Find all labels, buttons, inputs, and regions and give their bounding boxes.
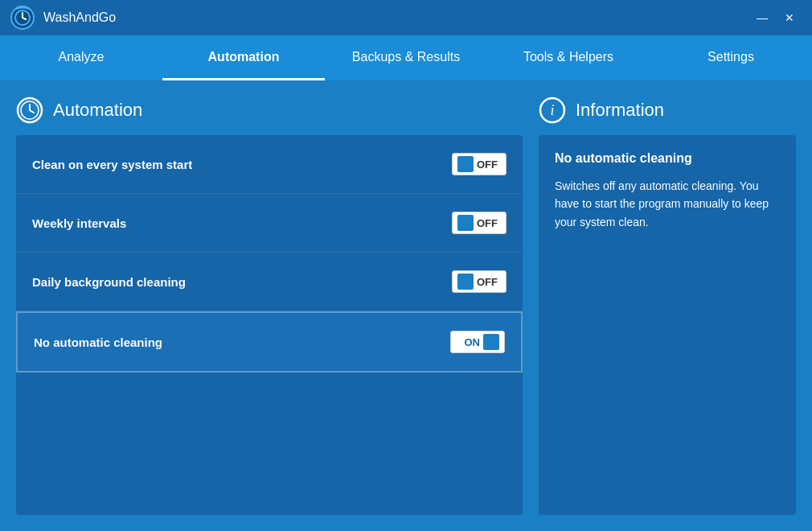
toggle-daily[interactable]: OFF: [452, 270, 506, 293]
automation-header: Automation: [16, 97, 523, 124]
toggle-system-start[interactable]: OFF: [452, 153, 506, 175]
option-no-auto[interactable]: No automatic cleaning ON: [16, 311, 523, 373]
info-heading: No automatic cleaning: [555, 151, 780, 166]
option-daily-label: Daily background cleaning: [32, 275, 186, 289]
tab-backups[interactable]: Backups & Results: [325, 35, 487, 80]
main-nav: Analyze Automation Backups & Results Too…: [0, 35, 812, 80]
close-button[interactable]: ✕: [777, 8, 802, 27]
clock-icon: [16, 97, 43, 124]
option-system-start[interactable]: Clean on every system start OFF: [16, 135, 523, 194]
minimize-button[interactable]: —: [749, 8, 775, 27]
info-text: Switches off any automatic cleaning. You…: [555, 177, 780, 231]
option-weekly-label: Weekly intervals: [32, 216, 126, 230]
information-panel-title: Information: [576, 100, 664, 121]
svg-text:i: i: [550, 102, 554, 118]
tab-automation[interactable]: Automation: [162, 35, 325, 80]
info-icon: i: [539, 97, 566, 124]
titlebar: WashAndGo — ✕: [0, 0, 812, 35]
toggle-weekly[interactable]: OFF: [452, 212, 506, 234]
toggle-thumb-daily: [457, 274, 474, 290]
toggle-state-system-start: OFF: [477, 158, 498, 171]
tab-settings[interactable]: Settings: [650, 35, 812, 80]
automation-options: Clean on every system start OFF Weekly i…: [16, 135, 523, 515]
option-daily[interactable]: Daily background cleaning OFF: [16, 253, 523, 311]
main-content: Automation Clean on every system start O…: [0, 80, 812, 531]
app-logo-icon: [10, 5, 35, 31]
option-weekly[interactable]: Weekly intervals OFF: [16, 194, 523, 253]
toggle-state-no-auto: ON: [465, 336, 481, 348]
information-panel: i Information No automatic cleaning Swit…: [539, 97, 796, 515]
option-no-auto-label: No automatic cleaning: [34, 335, 162, 349]
options-extra-space: [16, 373, 523, 421]
automation-panel-title: Automation: [53, 100, 142, 121]
toggle-no-auto[interactable]: ON: [450, 331, 505, 353]
information-box: No automatic cleaning Switches off any a…: [539, 135, 796, 515]
tab-analyze[interactable]: Analyze: [0, 35, 162, 80]
toggle-state-daily: OFF: [477, 276, 498, 288]
toggle-thumb-system-start: [457, 156, 474, 172]
titlebar-left: WashAndGo: [10, 5, 116, 31]
titlebar-controls: — ✕: [749, 8, 802, 27]
tab-tools[interactable]: Tools & Helpers: [487, 35, 650, 80]
app-title: WashAndGo: [43, 10, 116, 25]
option-system-start-label: Clean on every system start: [32, 158, 192, 171]
automation-panel: Automation Clean on every system start O…: [16, 97, 523, 515]
toggle-state-weekly: OFF: [477, 217, 498, 229]
toggle-thumb-weekly: [457, 215, 474, 231]
information-header: i Information: [539, 97, 796, 124]
toggle-thumb-no-auto: [483, 334, 499, 350]
